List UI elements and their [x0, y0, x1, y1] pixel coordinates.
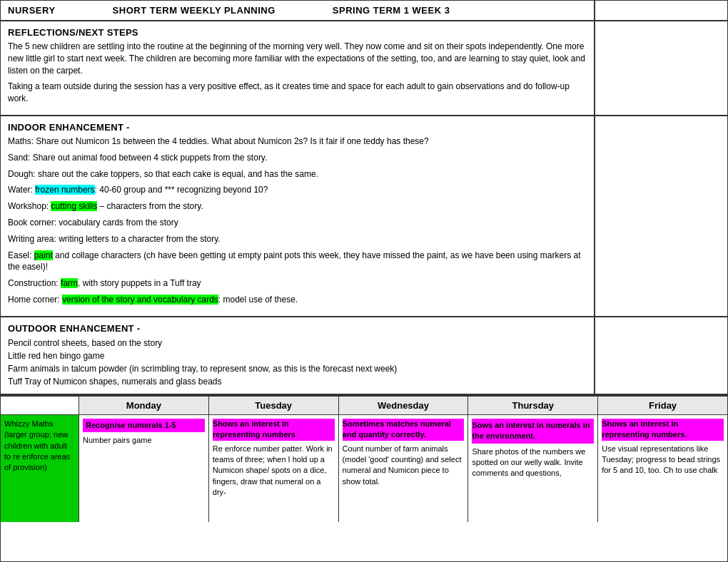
thursday-content-text: Share photos of the numbers we spotted o…: [472, 447, 585, 478]
indoor-workshop: Workshop: cutting skills – characters fr…: [8, 200, 587, 213]
page: NURSERY SHORT TERM WEEKLY PLANNING SPRIN…: [0, 0, 728, 562]
title2: SHORT TERM WEEKLY PLANNING: [113, 5, 275, 16]
home-highlight: version of the story and vocabulary card…: [62, 295, 218, 305]
construction-prefix: Construction:: [8, 278, 61, 288]
construction-suffix: , with story puppets in a Tuff tray: [78, 278, 201, 288]
tuesday-content-text: Re enforce number patter. Work in teams …: [213, 444, 333, 497]
outdoor-section: OUTDOOR ENHANCEMENT - Pencil control she…: [1, 317, 727, 395]
construction-highlight: farm: [61, 278, 78, 288]
header-side: [595, 1, 727, 20]
reflections-para1: The 5 new children are settling into the…: [8, 41, 587, 76]
title1: NURSERY: [8, 5, 56, 16]
planning-grid: Monday Tuesday Wednesday Thursday Friday…: [1, 395, 727, 522]
header-tuesday: Tuesday: [209, 397, 339, 414]
header-thursday: Thursday: [468, 397, 598, 414]
monday-left-text: Whizzy Maths (larger group; new children…: [4, 419, 70, 472]
indoor-home: Home corner: version of the story and vo…: [8, 294, 587, 306]
easel-prefix: Easel:: [8, 250, 34, 260]
reflections-section: REFLECTIONS/NEXT STEPS The 5 new childre…: [1, 21, 727, 116]
easel-highlight: paint: [34, 250, 53, 260]
home-prefix: Home corner:: [8, 295, 62, 305]
thursday-content: Share photos of the numbers we spotted o…: [472, 446, 594, 479]
easel-suffix: and collage characters (ch have been get…: [8, 250, 580, 272]
day-label-empty: [1, 397, 79, 414]
home-suffix: : model use of these.: [218, 295, 298, 305]
header-row: NURSERY SHORT TERM WEEKLY PLANNING SPRIN…: [1, 1, 727, 21]
tuesday-hl-text: Shows an interest in representing number…: [213, 419, 295, 439]
title3: SPRING TERM 1 WEEK 3: [333, 5, 450, 16]
water-suffix: : 40-60 group and *** recognizing beyond…: [95, 185, 268, 195]
day-cells-row: Whizzy Maths (larger group; new children…: [1, 415, 727, 522]
indoor-sand: Sand: Share out animal food between 4 st…: [8, 152, 587, 164]
workshop-suffix: – characters from the story.: [97, 201, 203, 211]
wednesday-content-text: Count number of farm animals (model 'goo…: [343, 444, 462, 486]
reflections-main: REFLECTIONS/NEXT STEPS The 5 new childre…: [1, 21, 595, 115]
wednesday-content: Count number of farm animals (model 'goo…: [343, 444, 465, 488]
header-wednesday: Wednesday: [339, 397, 469, 414]
tuesday-content: Re enforce number patter. Work in teams …: [213, 444, 335, 499]
indoor-easel: Easel: paint and collage characters (ch …: [8, 250, 587, 274]
header-friday: Friday: [598, 397, 727, 414]
reflections-title: REFLECTIONS/NEXT STEPS: [8, 27, 587, 38]
header-monday: Monday: [79, 397, 209, 414]
day-headers: Monday Tuesday Wednesday Thursday Friday: [1, 397, 727, 415]
indoor-section: INDOOR ENHANCEMENT - Maths: Share out Nu…: [1, 116, 727, 317]
water-prefix: Water:: [8, 185, 35, 195]
outdoor-main: OUTDOOR ENHANCEMENT - Pencil control she…: [1, 317, 595, 394]
friday-content-text: Use visual representations like Tuesday;…: [602, 444, 720, 475]
monday-highlight: Recognise numerals 1-5: [83, 419, 205, 432]
indoor-maths: Maths: Share out Numicon 1s between the …: [8, 136, 587, 148]
workshop-highlight: cutting skills: [51, 201, 97, 211]
wednesday-highlight: Sometimes matches numeral and quantity c…: [343, 419, 465, 441]
wednesday-hl-text: Sometimes matches numeral and quantity c…: [343, 419, 451, 439]
reflections-para2: Taking a team outside during the session…: [8, 81, 587, 105]
cell-wednesday: Sometimes matches numeral and quantity c…: [339, 415, 469, 522]
indoor-book: Book corner: vocabulary cards from the s…: [8, 217, 587, 229]
indoor-title: INDOOR ENHANCEMENT -: [8, 122, 587, 133]
thursday-highlight: Sows an interest in numerals in the envi…: [472, 419, 594, 444]
water-highlight: frozen numbers: [35, 185, 94, 195]
outdoor-side: [595, 317, 727, 394]
indoor-main: INDOOR ENHANCEMENT - Maths: Share out Nu…: [1, 116, 595, 316]
outdoor-line3: Farm animals in talcum powder (in scrimb…: [8, 362, 587, 375]
cell-friday: Shows an interest in representing number…: [598, 415, 727, 522]
outdoor-line4: Tuff Tray of Numicon shapes, numerals an…: [8, 375, 587, 388]
indoor-water: Water: frozen numbers: 40-60 group and *…: [8, 184, 587, 196]
workshop-prefix: Workshop:: [8, 201, 51, 211]
friday-highlight: Shows an interest in representing number…: [602, 419, 724, 441]
outdoor-line2: Little red hen bingo game: [8, 349, 587, 362]
header-main: NURSERY SHORT TERM WEEKLY PLANNING SPRIN…: [1, 1, 595, 20]
cell-monday-left: Whizzy Maths (larger group; new children…: [1, 415, 79, 522]
indoor-side: [595, 116, 727, 316]
cell-thursday: Sows an interest in numerals in the envi…: [468, 415, 598, 522]
indoor-construction: Construction: farm, with story puppets i…: [8, 277, 587, 290]
thursday-hl-text: Sows an interest in numerals in the envi…: [472, 421, 590, 440]
friday-content: Use visual representations like Tuesday;…: [602, 444, 724, 476]
tuesday-highlight: Shows an interest in representing number…: [213, 419, 335, 441]
cell-tuesday: Shows an interest in representing number…: [209, 415, 339, 522]
monday-content: Number pairs game: [83, 435, 205, 446]
outdoor-lines: Pencil control sheets, based on the stor…: [8, 337, 587, 388]
outdoor-line1: Pencil control sheets, based on the stor…: [8, 337, 587, 349]
outdoor-title: OUTDOOR ENHANCEMENT -: [8, 323, 587, 334]
indoor-dough: Dough: share out the cake toppers, so th…: [8, 168, 587, 180]
cell-monday: Recognise numerals 1-5 Number pairs game: [79, 415, 209, 522]
indoor-writing: Writing area: writing letters to a chara…: [8, 233, 587, 245]
reflections-side: [595, 21, 727, 115]
friday-hl-text: Shows an interest in representing number…: [602, 419, 687, 439]
